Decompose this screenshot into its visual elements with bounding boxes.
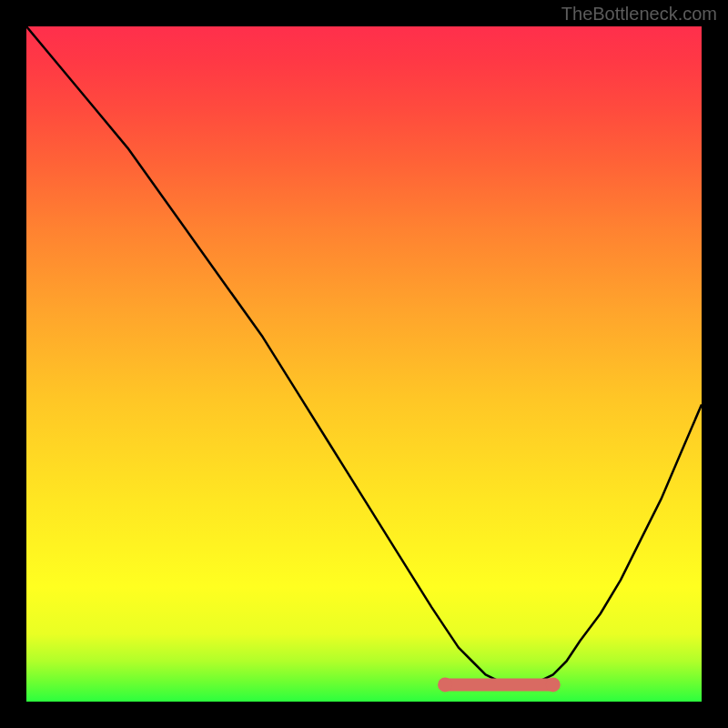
chart-frame: TheBottleneck.com <box>0 0 728 728</box>
plot-area <box>26 26 702 702</box>
bottleneck-chart <box>26 26 702 702</box>
sweet-spot-start-dot <box>438 677 452 692</box>
watermark-text: TheBottleneck.com <box>561 4 717 25</box>
bottleneck-curve-line <box>26 26 702 688</box>
sweet-spot-end-dot <box>546 677 561 692</box>
